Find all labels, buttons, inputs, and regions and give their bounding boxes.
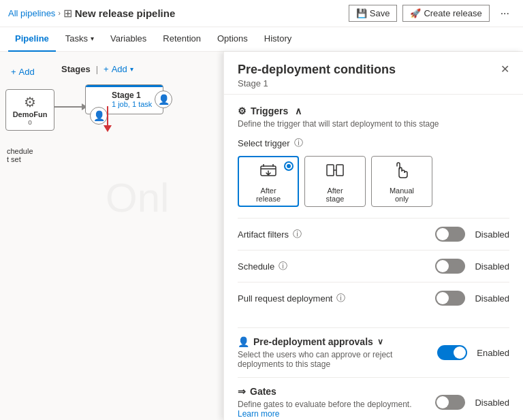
pull-request-toggle[interactable]: [435, 291, 465, 306]
page-title: New release pipeline: [75, 7, 176, 19]
pre-deployment-panel: Pre-deployment conditions Stage 1 ✕ ⚙ Tr…: [223, 52, 523, 420]
trigger-icon-after-release: [259, 161, 278, 184]
panel-title: Pre-deployment conditions: [238, 63, 509, 77]
plus-icon: +: [11, 67, 16, 77]
add-artifact-area: + + Add Add: [5, 64, 40, 80]
all-pipelines-link[interactable]: All pipelines: [8, 8, 55, 18]
stages-header: Stages | + Add ▾: [61, 64, 133, 74]
arrow-connector: [54, 103, 87, 110]
tab-options[interactable]: Options: [210, 27, 255, 52]
svg-rect-5: [336, 165, 343, 176]
triggers-section: ⚙ Triggers ∧ Define the trigger that wil…: [238, 106, 509, 314]
artifact-box[interactable]: ⚙ DemoFun o: [5, 89, 54, 131]
artifact-filters-label: Artifact filters ⓘ: [238, 228, 302, 240]
select-trigger-row: Select trigger ⓘ: [238, 137, 509, 149]
pipeline-icon: ⊞: [63, 7, 72, 20]
add-artifact-button[interactable]: + + Add Add: [5, 64, 40, 80]
trigger-option-manual-only[interactable]: Manualonly: [371, 156, 432, 207]
gates-left: ⇒ Gates Define gates to evaluate before …: [238, 386, 412, 419]
toggle-thumb-gates: [437, 396, 449, 408]
chevron-up-icon: ∧: [295, 106, 302, 116]
toggle-thumb: [437, 228, 449, 240]
add-stage-button[interactable]: + Add ▾: [104, 64, 133, 74]
red-arrow-head: [104, 125, 112, 132]
stage-info: Stage 1 1 job, 1 task: [112, 91, 156, 108]
gates-label: Gates: [250, 386, 276, 397]
stage-name: Stage 1: [112, 91, 156, 100]
create-release-button[interactable]: 🚀 Create release: [402, 5, 489, 22]
trigger-option-after-stage[interactable]: Afterstage: [304, 156, 366, 207]
tab-tasks[interactable]: Tasks ▾: [59, 27, 101, 52]
top-bar: All pipelines › ⊞ New release pipeline 💾…: [0, 0, 523, 27]
approvals-left: 👤 Pre-deployment approvals ∨ Select the …: [238, 336, 437, 369]
radio-after-release: [284, 161, 294, 171]
save-icon: 💾: [356, 8, 367, 18]
schedule-toggle-container: Disabled: [435, 259, 509, 274]
trigger-label-after-release: Afterrelease: [256, 187, 281, 203]
stages-separator: |: [96, 64, 98, 74]
tab-variables[interactable]: Variables: [104, 27, 153, 52]
select-trigger-info-icon[interactable]: ⓘ: [294, 137, 303, 149]
tab-history[interactable]: History: [257, 27, 298, 52]
chevron-down-icon-approvals: ∨: [377, 337, 383, 346]
triggers-icon: ⚙: [238, 106, 247, 116]
tab-retention[interactable]: Retention: [156, 27, 208, 52]
triggers-label: Triggers: [251, 106, 288, 116]
learn-more-link[interactable]: Learn more: [238, 409, 279, 419]
schedule-line1: chedule: [7, 147, 33, 155]
stages-label: Stages: [61, 64, 91, 74]
tab-pipeline[interactable]: Pipeline: [8, 27, 56, 52]
stage-top-bar: [86, 85, 163, 87]
pull-request-toggle-container: Disabled: [435, 291, 509, 306]
toggle-thumb-approvals: [454, 346, 466, 359]
trigger-label-manual-only: Manualonly: [390, 187, 414, 203]
panel-close-button[interactable]: ✕: [498, 60, 512, 78]
toggle-thumb-pull-request: [437, 292, 449, 304]
gates-toggle-container: Disabled: [435, 395, 509, 410]
approvals-label: Pre-deployment approvals: [253, 336, 373, 347]
gates-icon: ⇒: [238, 386, 246, 397]
panel-subtitle: Stage 1: [238, 78, 509, 88]
schedule-text: chedule t set: [7, 147, 33, 163]
approvals-toggle-container: Enabled: [437, 345, 509, 360]
artifact-filters-toggle[interactable]: [435, 227, 465, 242]
approvals-desc: Select the users who can approve or reje…: [238, 350, 437, 369]
trigger-label-after-stage: Afterstage: [326, 187, 345, 203]
save-button[interactable]: 💾 Save: [349, 5, 398, 22]
approvals-header: 👤 Pre-deployment approvals ∨: [238, 336, 437, 347]
gates-header: ⇒ Gates: [238, 386, 412, 397]
panel-header: Pre-deployment conditions Stage 1 ✕: [224, 52, 523, 95]
artifact-filters-toggle-container: Disabled: [435, 227, 509, 242]
artifact-filters-status: Disabled: [475, 229, 509, 240]
pull-request-status: Disabled: [475, 293, 509, 304]
schedule-line2: t set: [7, 155, 33, 163]
plus-icon-stage: +: [104, 64, 109, 74]
chevron-down-icon-stage: ▾: [130, 65, 133, 73]
pull-request-info-icon[interactable]: ⓘ: [336, 292, 345, 304]
approvals-toggle[interactable]: [437, 345, 467, 360]
main-content: + + Add Add Stages | + Add ▾ ⚙ DemoFun o: [0, 52, 523, 420]
artifact-icon: ⚙: [10, 94, 50, 110]
gates-toggle[interactable]: [435, 395, 465, 410]
gates-status: Disabled: [475, 398, 509, 408]
schedule-info-icon[interactable]: ⓘ: [279, 260, 287, 272]
pull-request-label: Pull request deployment ⓘ: [238, 292, 345, 304]
pre-deployment-approvals-row: 👤 Pre-deployment approvals ∨ Select the …: [238, 327, 509, 377]
toggle-thumb-schedule: [437, 260, 449, 272]
svg-rect-4: [327, 165, 334, 176]
pull-request-row: Pull request deployment ⓘ Disabled: [238, 282, 509, 314]
stage-box: 👤 Stage 1 1 job, 1 task 👤: [85, 84, 163, 114]
post-deploy-icon-right[interactable]: 👤: [155, 91, 172, 108]
trigger-options: Afterrelease Afterstage: [238, 156, 509, 207]
schedule-toggle[interactable]: [435, 259, 465, 274]
schedule-row: Schedule ⓘ Disabled: [238, 250, 509, 282]
more-options-button[interactable]: ···: [495, 5, 515, 22]
trigger-icon-after-stage: [326, 161, 345, 184]
rocket-icon: 🚀: [410, 8, 421, 18]
red-arrow-line: [107, 106, 108, 125]
trigger-option-after-release[interactable]: Afterrelease: [238, 156, 299, 207]
artifact-sub: o: [10, 118, 50, 126]
trigger-icon-manual-only: [392, 161, 411, 184]
artifact-filters-info-icon[interactable]: ⓘ: [293, 228, 302, 240]
artifact-filters-row: Artifact filters ⓘ Disabled: [238, 218, 509, 250]
